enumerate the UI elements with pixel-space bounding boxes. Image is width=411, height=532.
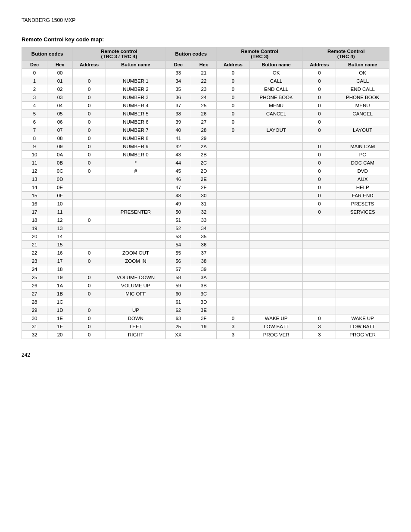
table-cell xyxy=(106,233,166,241)
table-cell xyxy=(249,274,303,282)
table-cell xyxy=(216,192,249,200)
table-cell: 60 xyxy=(165,290,191,298)
table-cell: 25 xyxy=(22,274,47,282)
table-cell xyxy=(106,298,166,306)
table-cell: 0 xyxy=(216,126,249,134)
table-cell xyxy=(249,216,303,224)
table-cell: 0 xyxy=(303,208,336,216)
table-cell: 17 xyxy=(22,208,47,216)
table-cell: VOLUME DOWN xyxy=(106,274,166,282)
table-cell: MAIN CAM xyxy=(336,143,389,151)
table-cell xyxy=(216,306,249,314)
table-cell: 20 xyxy=(47,331,73,339)
table-cell: 27 xyxy=(22,290,47,298)
table-cell: MENU xyxy=(336,102,389,110)
table-cell: 50 xyxy=(165,208,191,216)
table-cell: 0 xyxy=(73,134,106,143)
table-cell: 21 xyxy=(22,241,47,249)
table-cell xyxy=(106,200,166,208)
table-cell: PROG VER xyxy=(249,331,303,339)
table-cell: DOC CAM xyxy=(336,159,389,167)
table-cell: 3F xyxy=(191,314,216,323)
table-cell xyxy=(303,233,336,241)
table-row: 140E472F0HELP xyxy=(22,184,389,192)
col-addr1: Address xyxy=(73,61,106,69)
table-cell: 11 xyxy=(47,208,73,216)
table-cell: 0F xyxy=(47,192,73,200)
table-cell: 0 xyxy=(216,102,249,110)
table-cell: 18 xyxy=(22,216,47,224)
table-cell xyxy=(249,151,303,159)
col-dec1: Dec xyxy=(22,61,47,69)
table-cell: 37 xyxy=(165,102,191,110)
table-cell: 36 xyxy=(191,241,216,249)
table-cell: 11 xyxy=(22,159,47,167)
table-cell: XX xyxy=(165,331,191,339)
table-cell: 1F xyxy=(47,323,73,331)
table-cell: 26 xyxy=(22,282,47,290)
col-addr2: Address xyxy=(216,61,249,69)
table-cell xyxy=(106,224,166,233)
table-row: 5050NUMBER 538260CANCEL0CANCEL xyxy=(22,110,389,118)
table-cell: ZOOM OUT xyxy=(106,249,166,257)
table-cell: 39 xyxy=(165,118,191,126)
table-cell: 6 xyxy=(22,118,47,126)
table-cell xyxy=(106,184,166,192)
table-cell xyxy=(249,184,303,192)
table-cell: LAYOUT xyxy=(336,126,389,134)
table-cell xyxy=(336,233,389,241)
table-cell: # xyxy=(106,167,166,175)
table-row: 19135234 xyxy=(22,224,389,233)
table-cell: 3 xyxy=(216,323,249,331)
table-cell: 3C xyxy=(191,290,216,298)
table-row: 25190VOLUME DOWN583A xyxy=(22,274,389,282)
table-cell xyxy=(216,257,249,265)
table-cell: 0 xyxy=(303,184,336,192)
table-cell: 33 xyxy=(191,216,216,224)
table-row: 1711PRESENTER50320SERVICES xyxy=(22,208,389,216)
table-cell: END CALL xyxy=(336,85,389,93)
table-cell: 4 xyxy=(22,102,47,110)
table-row: 150F48300FAR END xyxy=(22,192,389,200)
table-cell xyxy=(216,200,249,208)
table-cell: NUMBER 0 xyxy=(106,151,166,159)
table-cell: 0 xyxy=(73,143,106,151)
table-cell: WAKE UP xyxy=(336,314,389,323)
group-header-row: Button codes Remote control(TRC 3 / TRC … xyxy=(22,47,389,61)
table-cell: 0A xyxy=(47,151,73,159)
table-cell xyxy=(216,208,249,216)
table-row: 00033210OK0OK xyxy=(22,69,389,77)
table-cell: 49 xyxy=(165,200,191,208)
table-cell: VOLUME UP xyxy=(106,282,166,290)
table-row: 20145335 xyxy=(22,233,389,241)
table-cell xyxy=(216,184,249,192)
table-cell xyxy=(73,200,106,208)
table-row: 100A0NUMBER 0432B0PC xyxy=(22,151,389,159)
table-cell: 27 xyxy=(191,118,216,126)
table-cell: 53 xyxy=(165,233,191,241)
table-cell: 0B xyxy=(47,159,73,167)
table-cell: 15 xyxy=(22,192,47,200)
table-cell xyxy=(249,167,303,175)
table-cell: NUMBER 6 xyxy=(106,118,166,126)
table-cell: 8 xyxy=(22,134,47,143)
table-cell: 0 xyxy=(73,126,106,134)
table-cell xyxy=(106,241,166,249)
table-cell: 0 xyxy=(73,85,106,93)
table-row: 4040NUMBER 437250MENU0MENU xyxy=(22,102,389,110)
table-cell xyxy=(216,216,249,224)
table-cell xyxy=(216,265,249,274)
table-cell: 0 xyxy=(303,69,336,77)
table-cell: 26 xyxy=(191,110,216,118)
table-cell: 0 xyxy=(22,69,47,77)
table-cell: 40 xyxy=(165,126,191,134)
table-cell: 34 xyxy=(191,224,216,233)
col-btnname3: Button name xyxy=(336,61,389,69)
table-cell: 0 xyxy=(73,159,106,167)
table-row: 181205133 xyxy=(22,216,389,224)
table-cell xyxy=(216,167,249,175)
table-cell xyxy=(336,282,389,290)
table-cell: 0 xyxy=(73,323,106,331)
table-cell: 37 xyxy=(191,249,216,257)
table-cell: 01 xyxy=(47,77,73,85)
